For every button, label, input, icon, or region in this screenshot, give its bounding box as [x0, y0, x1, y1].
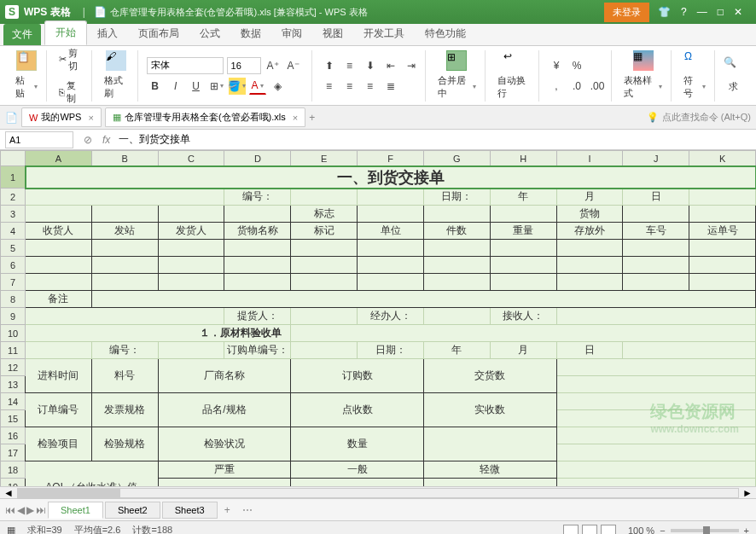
- font-select[interactable]: [147, 57, 224, 74]
- cell[interactable]: 经办人：: [358, 308, 424, 325]
- cell[interactable]: 日期：: [358, 342, 424, 359]
- cell[interactable]: 检验状况: [158, 427, 291, 461]
- cell[interactable]: 标记: [291, 223, 358, 240]
- nav-last[interactable]: ⏭: [36, 504, 46, 516]
- grow-font[interactable]: A⁺: [265, 57, 282, 74]
- symbol-icon[interactable]: Ω: [684, 50, 705, 71]
- cell[interactable]: 重量: [490, 223, 556, 240]
- zoom-control[interactable]: 100 % − +: [628, 525, 749, 535]
- cell[interactable]: 日期：: [423, 189, 490, 206]
- bold-button[interactable]: B: [147, 78, 164, 95]
- align-right[interactable]: ≡: [362, 78, 379, 95]
- cell[interactable]: 实收数: [423, 393, 556, 427]
- row-6[interactable]: 6: [1, 257, 26, 274]
- cell[interactable]: 单位: [358, 223, 424, 240]
- cell-title[interactable]: 一、到货交接单: [26, 166, 756, 189]
- tab-formula[interactable]: 公式: [189, 22, 230, 45]
- indent-dec[interactable]: ⇤: [382, 57, 399, 74]
- fn-dropdown[interactable]: ⊘: [84, 134, 92, 146]
- cell[interactable]: 点收数: [291, 393, 424, 427]
- view-layout[interactable]: [601, 525, 616, 535]
- col-B[interactable]: B: [91, 151, 158, 166]
- cell[interactable]: 厂商名称: [158, 359, 291, 393]
- cell[interactable]: 进料时间: [26, 359, 92, 393]
- merge-icon[interactable]: ⊞: [446, 50, 467, 71]
- minimize-icon[interactable]: —: [697, 6, 707, 18]
- col-D[interactable]: D: [224, 151, 291, 166]
- cell[interactable]: 年: [490, 189, 556, 206]
- col-I[interactable]: I: [556, 151, 623, 166]
- tab-layout[interactable]: 页面布局: [128, 22, 189, 45]
- cell[interactable]: 编号：: [224, 189, 291, 206]
- sheet-tab-3[interactable]: Sheet3: [162, 502, 218, 519]
- cell[interactable]: 检验项目: [26, 427, 92, 461]
- border-button[interactable]: ⊞: [208, 78, 225, 95]
- styles-icon[interactable]: ▦: [633, 50, 654, 71]
- view-pagebreak[interactable]: [582, 525, 597, 535]
- namebox[interactable]: A1: [5, 131, 73, 148]
- search-hint[interactable]: 💡点此查找命令 (Alt+Q): [647, 111, 751, 124]
- doctab-mywps[interactable]: W我的WPS×: [21, 107, 102, 127]
- row-16[interactable]: 16: [1, 427, 26, 444]
- row-17[interactable]: 17: [1, 444, 26, 461]
- cell[interactable]: 轻微: [423, 461, 556, 479]
- row-3[interactable]: 3: [1, 206, 26, 223]
- col-H[interactable]: H: [490, 151, 556, 166]
- skin-icon[interactable]: 👕: [658, 6, 671, 18]
- shrink-font[interactable]: A⁻: [285, 57, 302, 74]
- row-14[interactable]: 14: [1, 393, 26, 410]
- maximize-icon[interactable]: □: [718, 6, 724, 18]
- cell[interactable]: 标志: [291, 206, 358, 223]
- paste-icon[interactable]: 📋: [16, 50, 37, 71]
- cell[interactable]: 运单号: [689, 223, 756, 240]
- col-F[interactable]: F: [358, 151, 424, 166]
- row-18[interactable]: 18: [1, 461, 26, 479]
- col-C[interactable]: C: [158, 151, 224, 166]
- percent-button[interactable]: %: [568, 57, 585, 74]
- row-19[interactable]: 19: [1, 479, 26, 487]
- cell[interactable]: 提货人：: [224, 308, 291, 325]
- row-5[interactable]: 5: [1, 240, 26, 257]
- cell[interactable]: 一般: [291, 461, 424, 479]
- tab-review[interactable]: 审阅: [271, 22, 312, 45]
- row-15[interactable]: 15: [1, 410, 26, 427]
- nav-next[interactable]: ▶: [26, 504, 34, 516]
- cell[interactable]: 品名/规格: [158, 393, 291, 427]
- row-7[interactable]: 7: [1, 274, 26, 291]
- row-11[interactable]: 11: [1, 342, 26, 359]
- tab-start[interactable]: 开始: [44, 20, 87, 45]
- symbol-button[interactable]: 符号: [680, 73, 709, 102]
- cell[interactable]: 订购单编号：: [224, 342, 291, 359]
- indent-inc[interactable]: ⇥: [403, 57, 420, 74]
- view-normal[interactable]: [563, 525, 579, 535]
- sheet-menu[interactable]: ⋯: [237, 504, 258, 516]
- nav-prev[interactable]: ◀: [17, 504, 25, 516]
- wrap-button[interactable]: 自动换行: [494, 73, 533, 102]
- cell[interactable]: 数量: [291, 427, 424, 461]
- hscrollbar[interactable]: ◄►: [0, 486, 756, 498]
- row-10[interactable]: 10: [1, 325, 26, 342]
- add-sheet[interactable]: +: [219, 504, 236, 516]
- cell[interactable]: 月: [490, 342, 556, 359]
- doctab-file[interactable]: ▦仓库管理专用表格全套(仓管必看哦).xls×: [105, 107, 305, 127]
- row-12[interactable]: 12: [1, 359, 26, 376]
- formula-input[interactable]: 一、到货交接单: [115, 132, 756, 147]
- tab-view[interactable]: 视图: [312, 22, 353, 45]
- cell[interactable]: 交货数: [423, 359, 556, 393]
- col-A[interactable]: A: [26, 151, 92, 166]
- cell[interactable]: 检验规格: [91, 427, 158, 461]
- dec-inc[interactable]: .0: [568, 78, 585, 95]
- cell[interactable]: 料号: [91, 359, 158, 393]
- row-2[interactable]: 2: [1, 189, 26, 206]
- cell[interactable]: 月: [556, 189, 623, 206]
- currency-button[interactable]: ¥: [548, 57, 565, 74]
- row-13[interactable]: 13: [1, 376, 26, 393]
- cell[interactable]: 收货人: [26, 223, 92, 240]
- col-J[interactable]: J: [623, 151, 689, 166]
- align-justify[interactable]: ≣: [382, 78, 399, 95]
- cut-button[interactable]: ✂ 剪切: [55, 45, 86, 74]
- help-icon[interactable]: ?: [681, 6, 687, 18]
- cell[interactable]: 发票规格: [91, 393, 158, 427]
- cell[interactable]: AQL（允收水准）值: [26, 461, 159, 487]
- tab-dev[interactable]: 开发工具: [353, 22, 415, 45]
